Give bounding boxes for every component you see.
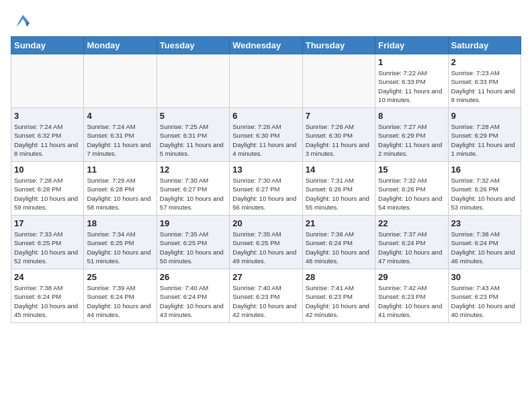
logo: [11, 13, 32, 30]
day-info: Sunrise: 7:30 AM Sunset: 6:27 PM Dayligh…: [232, 176, 299, 212]
day-number: 1: [378, 57, 445, 67]
day-info: Sunrise: 7:28 AM Sunset: 6:28 PM Dayligh…: [14, 176, 81, 212]
calendar-cell: 3Sunrise: 7:24 AM Sunset: 6:32 PM Daylig…: [11, 108, 84, 162]
day-info: Sunrise: 7:34 AM Sunset: 6:25 PM Dayligh…: [87, 230, 153, 265]
day-info: Sunrise: 7:35 AM Sunset: 6:25 PM Dayligh…: [160, 230, 226, 265]
calendar-cell: 5Sunrise: 7:25 AM Sunset: 6:31 PM Daylig…: [157, 108, 229, 162]
day-number: 17: [14, 218, 81, 228]
calendar-week-row: 24Sunrise: 7:38 AM Sunset: 6:24 PM Dayli…: [11, 269, 521, 323]
day-info: Sunrise: 7:36 AM Sunset: 6:24 PM Dayligh…: [306, 230, 372, 265]
day-info: Sunrise: 7:26 AM Sunset: 6:30 PM Dayligh…: [232, 122, 299, 158]
calendar-cell: 14Sunrise: 7:31 AM Sunset: 6:26 PM Dayli…: [302, 162, 375, 216]
day-number: 15: [378, 165, 445, 175]
day-number: 13: [232, 165, 299, 175]
day-info: Sunrise: 7:24 AM Sunset: 6:31 PM Dayligh…: [87, 122, 153, 158]
day-number: 7: [306, 111, 372, 121]
day-info: Sunrise: 7:22 AM Sunset: 6:33 PM Dayligh…: [378, 68, 445, 104]
calendar-cell: [11, 54, 84, 108]
day-info: Sunrise: 7:27 AM Sunset: 6:29 PM Dayligh…: [378, 122, 445, 158]
day-info: Sunrise: 7:38 AM Sunset: 6:24 PM Dayligh…: [451, 230, 518, 265]
day-number: 19: [160, 218, 226, 228]
weekday-header: Friday: [375, 37, 448, 54]
calendar-cell: 12Sunrise: 7:30 AM Sunset: 6:27 PM Dayli…: [157, 162, 229, 216]
day-number: 4: [87, 111, 153, 121]
day-number: 28: [306, 272, 372, 282]
day-info: Sunrise: 7:37 AM Sunset: 6:24 PM Dayligh…: [378, 230, 445, 265]
day-info: Sunrise: 7:40 AM Sunset: 6:24 PM Dayligh…: [160, 283, 226, 319]
day-number: 12: [160, 165, 226, 175]
day-info: Sunrise: 7:26 AM Sunset: 6:30 PM Dayligh…: [306, 122, 372, 158]
calendar-cell: 23Sunrise: 7:38 AM Sunset: 6:24 PM Dayli…: [448, 216, 521, 269]
day-info: Sunrise: 7:32 AM Sunset: 6:26 PM Dayligh…: [378, 176, 445, 212]
logo-icon: [13, 11, 32, 30]
calendar-cell: 16Sunrise: 7:32 AM Sunset: 6:26 PM Dayli…: [448, 162, 521, 216]
calendar-cell: [157, 54, 229, 108]
weekday-header: Monday: [84, 37, 157, 54]
day-number: 2: [451, 57, 518, 67]
day-info: Sunrise: 7:39 AM Sunset: 6:24 PM Dayligh…: [87, 283, 153, 319]
calendar-cell: 29Sunrise: 7:42 AM Sunset: 6:23 PM Dayli…: [375, 269, 448, 323]
day-number: 25: [87, 272, 153, 282]
day-info: Sunrise: 7:41 AM Sunset: 6:23 PM Dayligh…: [306, 283, 372, 319]
svg-marker-1: [26, 23, 30, 27]
calendar-cell: [302, 54, 375, 108]
page: SundayMondayTuesdayWednesdayThursdayFrid…: [0, 0, 532, 330]
calendar-cell: 21Sunrise: 7:36 AM Sunset: 6:24 PM Dayli…: [302, 216, 375, 269]
day-number: 8: [378, 111, 445, 121]
calendar-cell: 27Sunrise: 7:40 AM Sunset: 6:23 PM Dayli…: [230, 269, 302, 323]
day-number: 26: [160, 272, 226, 282]
calendar-cell: 10Sunrise: 7:28 AM Sunset: 6:28 PM Dayli…: [11, 162, 84, 216]
calendar-cell: 25Sunrise: 7:39 AM Sunset: 6:24 PM Dayli…: [84, 269, 157, 323]
calendar-cell: 8Sunrise: 7:27 AM Sunset: 6:29 PM Daylig…: [375, 108, 448, 162]
day-info: Sunrise: 7:38 AM Sunset: 6:24 PM Dayligh…: [14, 283, 81, 319]
day-number: 30: [451, 272, 518, 282]
calendar-cell: 9Sunrise: 7:28 AM Sunset: 6:29 PM Daylig…: [448, 108, 521, 162]
day-info: Sunrise: 7:25 AM Sunset: 6:31 PM Dayligh…: [160, 122, 226, 158]
calendar-cell: 15Sunrise: 7:32 AM Sunset: 6:26 PM Dayli…: [375, 162, 448, 216]
weekday-header: Saturday: [448, 37, 521, 54]
calendar-cell: 6Sunrise: 7:26 AM Sunset: 6:30 PM Daylig…: [230, 108, 302, 162]
calendar-cell: 28Sunrise: 7:41 AM Sunset: 6:23 PM Dayli…: [302, 269, 375, 323]
day-number: 9: [451, 111, 518, 121]
day-info: Sunrise: 7:24 AM Sunset: 6:32 PM Dayligh…: [14, 122, 81, 158]
day-number: 27: [232, 272, 299, 282]
calendar-cell: 20Sunrise: 7:35 AM Sunset: 6:25 PM Dayli…: [230, 216, 302, 269]
weekday-header: Tuesday: [157, 37, 229, 54]
calendar-cell: [230, 54, 302, 108]
day-info: Sunrise: 7:42 AM Sunset: 6:23 PM Dayligh…: [378, 283, 445, 319]
calendar-cell: 18Sunrise: 7:34 AM Sunset: 6:25 PM Dayli…: [84, 216, 157, 269]
day-number: 5: [160, 111, 226, 121]
day-info: Sunrise: 7:28 AM Sunset: 6:29 PM Dayligh…: [451, 122, 518, 158]
day-number: 16: [451, 165, 518, 175]
calendar-cell: 11Sunrise: 7:29 AM Sunset: 6:28 PM Dayli…: [84, 162, 157, 216]
day-info: Sunrise: 7:35 AM Sunset: 6:25 PM Dayligh…: [232, 230, 299, 265]
weekday-header: Thursday: [302, 37, 375, 54]
day-number: 6: [232, 111, 299, 121]
day-info: Sunrise: 7:32 AM Sunset: 6:26 PM Dayligh…: [451, 176, 518, 212]
day-number: 11: [87, 165, 153, 175]
day-info: Sunrise: 7:33 AM Sunset: 6:25 PM Dayligh…: [14, 230, 81, 265]
day-info: Sunrise: 7:31 AM Sunset: 6:26 PM Dayligh…: [306, 176, 372, 212]
calendar-table: SundayMondayTuesdayWednesdayThursdayFrid…: [11, 36, 521, 323]
day-number: 23: [451, 218, 518, 228]
day-number: 3: [14, 111, 81, 121]
calendar-cell: 2Sunrise: 7:23 AM Sunset: 6:33 PM Daylig…: [448, 54, 521, 108]
day-number: 29: [378, 272, 445, 282]
calendar-week-row: 10Sunrise: 7:28 AM Sunset: 6:28 PM Dayli…: [11, 162, 521, 216]
weekday-header: Wednesday: [230, 37, 302, 54]
header: [11, 11, 521, 30]
header-row: SundayMondayTuesdayWednesdayThursdayFrid…: [11, 37, 521, 54]
calendar-cell: 1Sunrise: 7:22 AM Sunset: 6:33 PM Daylig…: [375, 54, 448, 108]
day-number: 18: [87, 218, 153, 228]
day-number: 24: [14, 272, 81, 282]
day-number: 10: [14, 165, 81, 175]
calendar-cell: 7Sunrise: 7:26 AM Sunset: 6:30 PM Daylig…: [302, 108, 375, 162]
day-info: Sunrise: 7:43 AM Sunset: 6:23 PM Dayligh…: [451, 283, 518, 319]
weekday-header: Sunday: [11, 37, 84, 54]
calendar-cell: 4Sunrise: 7:24 AM Sunset: 6:31 PM Daylig…: [84, 108, 157, 162]
day-info: Sunrise: 7:29 AM Sunset: 6:28 PM Dayligh…: [87, 176, 153, 212]
day-info: Sunrise: 7:23 AM Sunset: 6:33 PM Dayligh…: [451, 68, 518, 104]
calendar-cell: 30Sunrise: 7:43 AM Sunset: 6:23 PM Dayli…: [448, 269, 521, 323]
calendar-week-row: 1Sunrise: 7:22 AM Sunset: 6:33 PM Daylig…: [11, 54, 521, 108]
calendar-cell: 22Sunrise: 7:37 AM Sunset: 6:24 PM Dayli…: [375, 216, 448, 269]
